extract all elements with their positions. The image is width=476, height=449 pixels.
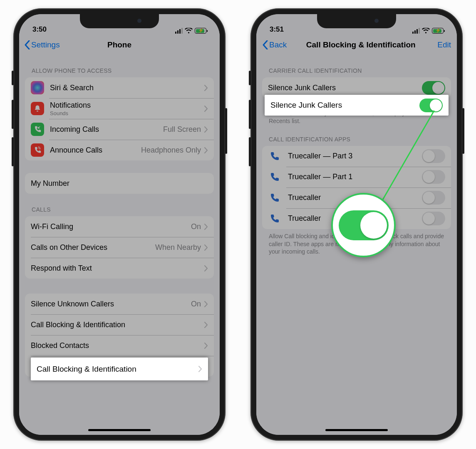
highlight-label: Silence Junk Callers xyxy=(270,101,419,110)
battery-icon xyxy=(432,28,444,34)
nav-bar: Back Call Blocking & Identification Edit xyxy=(256,35,457,55)
row-label: Respond with Text xyxy=(31,264,204,273)
group-access: Siri & Search Notifications Sounds xyxy=(25,77,214,160)
row-truecaller-1: Truecaller — Part 1 xyxy=(262,167,451,187)
highlight-label: Call Blocking & Identification xyxy=(37,365,198,374)
row-label: Truecaller — Part 3 xyxy=(288,152,422,160)
bell-icon xyxy=(31,102,44,115)
cellular-signal-icon xyxy=(175,28,183,34)
nav-bar: Settings Phone xyxy=(19,35,220,55)
chevron-right-icon xyxy=(204,244,208,251)
nav-back-button[interactable]: Back xyxy=(262,40,287,49)
left-screen: 3:50 Settings Phone ALLOW PHONE TO ACCES… xyxy=(19,14,220,435)
nav-title: Call Blocking & Identification xyxy=(287,40,437,49)
row-truecaller-3: Truecaller — Part 3 xyxy=(262,146,451,167)
toggle-truecaller-1[interactable] xyxy=(422,170,445,184)
cellular-signal-icon xyxy=(412,28,420,34)
row-value: On xyxy=(191,300,201,308)
row-wifi-calling[interactable]: Wi-Fi Calling On xyxy=(25,216,214,237)
highlight-silence-junk: Silence Junk Callers xyxy=(265,95,449,116)
notch xyxy=(317,14,396,28)
row-my-number[interactable]: My Number xyxy=(25,173,214,194)
row-label: Announce Calls xyxy=(50,146,141,155)
row-label: Truecaller — Part 1 xyxy=(288,173,422,181)
toggle-silence-junk[interactable] xyxy=(422,81,445,95)
phone-icon xyxy=(268,150,280,163)
row-label: Blocked Contacts xyxy=(31,341,204,350)
section-header-access: ALLOW PHONE TO ACCESS xyxy=(25,55,214,77)
zoom-bubble xyxy=(331,193,396,257)
chevron-right-icon xyxy=(204,343,208,349)
row-label: Call Blocking & Identification xyxy=(31,321,204,329)
phone-announce-icon xyxy=(31,143,44,157)
chevron-right-icon xyxy=(198,366,202,372)
chevron-right-icon xyxy=(204,224,208,230)
row-label: Silence Junk Callers xyxy=(268,84,422,92)
left-phone-frame: 3:50 Settings Phone ALLOW PHONE TO ACCES… xyxy=(13,8,226,441)
row-value: Full Screen xyxy=(163,125,201,134)
row-value: When Nearby xyxy=(155,243,201,252)
nav-back-label: Back xyxy=(269,40,287,49)
nav-title: Phone xyxy=(107,40,131,49)
row-sub: Sounds xyxy=(50,110,204,116)
right-screen: 3:51 Back Call Blocking & Identification… xyxy=(256,14,457,435)
row-respond-with-text[interactable]: Respond with Text xyxy=(25,258,214,279)
section-header-calls: CALLS xyxy=(25,194,214,216)
home-indicator[interactable] xyxy=(325,429,388,431)
row-call-blocking-id[interactable]: Call Blocking & Identification xyxy=(25,314,214,335)
section-header-carrier: CARRIER CALL IDENTIFICATION xyxy=(262,55,451,77)
chevron-right-icon xyxy=(204,265,208,271)
status-time: 3:51 xyxy=(270,25,284,34)
notch xyxy=(80,14,159,28)
right-phone-frame: 3:51 Back Call Blocking & Identification… xyxy=(250,8,463,441)
chevron-right-icon xyxy=(204,126,208,133)
row-blocked-contacts[interactable]: Blocked Contacts xyxy=(25,335,214,356)
row-label: Calls on Other Devices xyxy=(31,243,155,252)
phone-icon xyxy=(268,171,280,183)
row-label: Notifications xyxy=(50,101,204,110)
row-label: Wi-Fi Calling xyxy=(31,222,191,231)
row-label: Silence Unknown Callers xyxy=(31,300,191,308)
toggle-truecaller-a[interactable] xyxy=(422,191,445,205)
zoom-toggle-on-icon xyxy=(339,210,389,240)
status-time: 3:50 xyxy=(32,25,47,34)
chevron-right-icon xyxy=(204,322,208,328)
row-notifications[interactable]: Notifications Sounds xyxy=(25,98,214,119)
chevron-right-icon xyxy=(204,85,208,91)
phone-icon xyxy=(268,192,280,204)
row-label: Siri & Search xyxy=(50,84,204,92)
row-label: My Number xyxy=(31,179,208,188)
nav-back-label: Settings xyxy=(31,40,60,49)
nav-edit-button[interactable]: Edit xyxy=(437,40,451,49)
row-siri-search[interactable]: Siri & Search xyxy=(25,77,214,98)
nav-back-settings[interactable]: Settings xyxy=(24,40,60,49)
group-my-number: My Number xyxy=(25,173,214,194)
wifi-icon xyxy=(422,28,430,34)
chevron-right-icon xyxy=(204,301,208,307)
row-incoming-calls[interactable]: Incoming Calls Full Screen xyxy=(25,119,214,140)
toggle-truecaller-3[interactable] xyxy=(422,149,445,163)
phone-incoming-icon xyxy=(31,123,44,136)
toggle-truecaller-b[interactable] xyxy=(422,212,445,225)
home-indicator[interactable] xyxy=(88,429,151,431)
highlight-call-blocking-id[interactable]: Call Blocking & Identification xyxy=(31,358,208,380)
chevron-right-icon xyxy=(204,106,208,112)
row-announce-calls[interactable]: Announce Calls Headphones Only xyxy=(25,140,214,160)
row-value: Headphones Only xyxy=(141,146,201,155)
wifi-icon xyxy=(185,28,193,34)
chevron-right-icon xyxy=(204,147,208,153)
group-calls: Wi-Fi Calling On Calls on Other Devices … xyxy=(25,216,214,279)
chevron-left-icon xyxy=(24,40,30,49)
toggle-silence-junk-highlight[interactable] xyxy=(419,99,443,112)
phone-icon xyxy=(268,212,280,225)
battery-icon xyxy=(195,28,206,34)
row-value: On xyxy=(191,222,201,231)
row-silence-unknown[interactable]: Silence Unknown Callers On xyxy=(25,294,214,314)
row-label: Incoming Calls xyxy=(50,125,163,134)
row-calls-other-devices[interactable]: Calls on Other Devices When Nearby xyxy=(25,237,214,258)
siri-icon xyxy=(31,81,44,94)
chevron-left-icon xyxy=(262,40,268,49)
